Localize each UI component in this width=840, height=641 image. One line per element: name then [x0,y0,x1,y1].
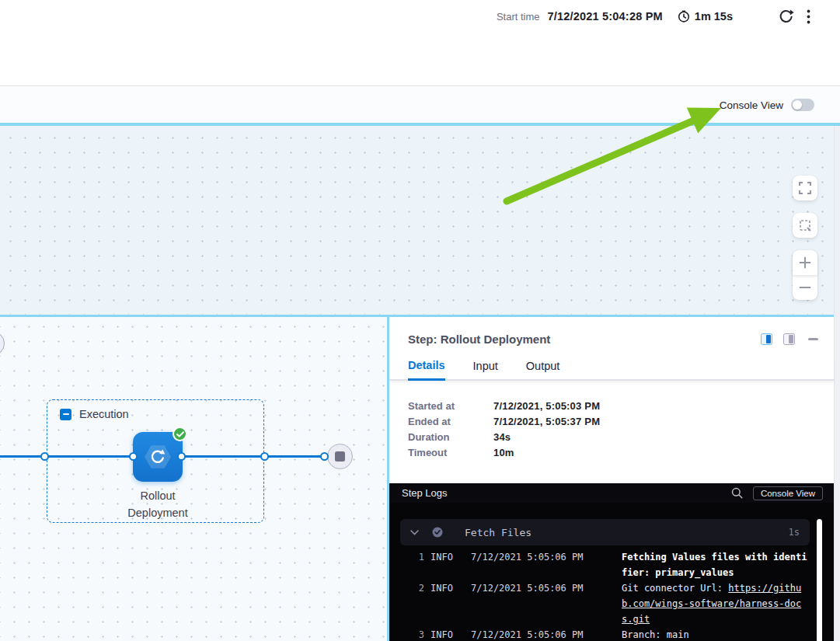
log-scrollbar[interactable] [817,519,822,641]
chevron-down-icon [410,530,419,535]
log-message-text: Git connector Url: [622,583,728,594]
rollout-step-icon [143,442,173,472]
log-lines: 1 INFO 7/12/2021 5:05:06 PM Fetching Val… [389,549,834,641]
success-badge-icon [173,427,187,441]
log-viewer[interactable]: Fetch Files 1s 1 INFO 7/12/2021 5:05:06 … [389,503,834,641]
check-circle-icon [432,527,443,538]
split-view-icon[interactable] [761,333,772,345]
tab-input[interactable]: Input [473,359,498,379]
console-view-toggle[interactable] [791,99,814,111]
edge-port [40,452,49,461]
detail-value: 7/12/2021, 5:05:37 PM [493,414,600,430]
execution-group-label: Execution [79,408,129,420]
panel-view-icon[interactable] [783,333,795,345]
offscreen-node [0,331,5,356]
log-timestamp: 7/12/2021 5:05:06 PM [471,549,589,565]
console-toggle-bar: Console View [0,87,840,123]
log-line-number: 2 [408,580,424,596]
log-level: INFO [430,627,465,641]
zoom-in-button[interactable] [793,250,817,275]
log-line-number: 3 [408,627,424,641]
tab-output[interactable]: Output [526,359,560,379]
panel-title: Step: Rollout Deployment [408,333,550,346]
log-section-fetch-files[interactable]: Fetch Files 1s [400,519,810,545]
step-logs-section: Step Logs Console View [389,483,834,641]
log-line-number: 1 [408,549,424,565]
step-details-panel: Step: Rollout Deployment Details Input O… [389,317,834,641]
clock-icon [677,9,691,23]
refresh-button[interactable] [778,9,794,25]
log-section-duration: 1s [789,527,800,538]
stop-icon [335,451,345,462]
zoom-out-icon [799,281,811,294]
log-message: Fetching Values files with identifier: p… [622,549,808,580]
detail-label: Duration [408,430,493,445]
elapsed-time: 1m 15s [695,10,733,23]
panel-tabs: Details Input Output [389,359,834,381]
log-section-title: Fetch Files [465,527,532,538]
log-timestamp: 7/12/2021 5:05:06 PM [471,627,589,641]
log-message: Git connector Url: https://github.com/wi… [622,580,808,627]
detail-row: Timeout 10m [408,445,834,461]
detail-value: 7/12/2021, 5:05:03 PM [493,399,600,414]
kebab-menu-icon[interactable] [807,9,810,24]
log-level: INFO [430,549,465,565]
search-icon[interactable] [731,487,743,499]
detail-row: Duration 34s [408,430,834,445]
page-header: Start time 7/12/2021 5:04:28 PM 1m 15s [0,0,840,86]
fit-view-icon [799,219,812,232]
log-timestamp: 7/12/2021 5:05:06 PM [471,580,589,596]
execution-meta: Start time 7/12/2021 5:04:28 PM 1m 15s [497,7,810,26]
zoom-controls [793,250,817,300]
execution-workspace: Execution Rollout Deployment [0,317,834,641]
log-message: Branch: main [622,627,808,641]
fit-view-button[interactable] [793,213,817,238]
detail-row: Started at 7/12/2021, 5:05:03 PM [408,399,834,414]
page-scrollbar[interactable] [834,126,840,641]
step-detail-list: Started at 7/12/2021, 5:05:03 PM Ended a… [389,381,834,461]
start-time-label: Start time [497,11,540,23]
console-view-button[interactable]: Console View [753,486,823,500]
edge-port [177,452,186,461]
start-time-value: 7/12/2021 5:04:28 PM [548,10,663,23]
minimize-icon[interactable] [808,338,818,340]
step-logs-header: Step Logs Console View [389,483,834,503]
edge-port [320,452,329,461]
log-line: 2 INFO 7/12/2021 5:05:06 PM Git connecto… [389,580,834,627]
zoom-out-button[interactable] [793,275,817,300]
edge-port [129,452,138,461]
detail-label: Timeout [408,445,493,461]
log-level: INFO [430,580,465,596]
execution-graph-canvas[interactable]: Execution Rollout Deployment [0,317,389,641]
collapse-group-button[interactable] [60,409,71,420]
detail-label: Started at [408,399,493,414]
edge-port [260,452,269,461]
tab-details[interactable]: Details [408,359,445,381]
console-view-label: Console View [720,99,783,111]
detail-value: 34s [493,430,511,445]
zoom-in-icon [799,256,811,269]
log-line: 1 INFO 7/12/2021 5:05:06 PM Fetching Val… [389,549,834,580]
detail-value: 10m [493,445,514,461]
detail-label: Ended at [408,414,493,430]
fullscreen-button[interactable] [793,176,817,200]
pipeline-canvas[interactable] [0,126,834,315]
end-node[interactable] [327,444,353,469]
rollout-deployment-node[interactable] [133,432,183,482]
log-line: 3 INFO 7/12/2021 5:05:06 PM Branch: main [389,627,834,641]
fullscreen-icon [799,182,811,194]
detail-row: Ended at 7/12/2021, 5:05:37 PM [408,414,834,430]
step-logs-title: Step Logs [402,487,448,499]
